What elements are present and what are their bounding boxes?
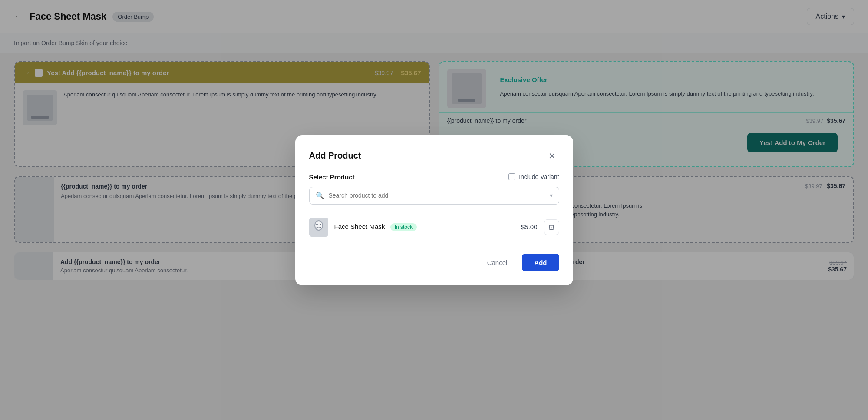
svg-point-3: [316, 224, 318, 225]
delete-product-button[interactable]: [544, 219, 559, 235]
svg-point-2: [315, 221, 322, 230]
product-info: Face Sheet Mask In stock: [334, 223, 417, 231]
search-input[interactable]: [329, 192, 545, 199]
modal-select-row: Select Product Include Variant: [309, 173, 559, 181]
product-avatar: [309, 218, 328, 237]
product-row: Face Sheet Mask In stock $5.00: [309, 213, 559, 241]
search-icon: 🔍: [316, 192, 324, 200]
modal-header: Add Product ✕: [309, 149, 559, 163]
modal-close-button[interactable]: ✕: [545, 149, 559, 163]
modal-overlay: Add Product ✕ Select Product Include Var…: [0, 0, 868, 420]
product-price: $5.00: [521, 223, 538, 231]
in-stock-badge: In stock: [390, 223, 417, 231]
svg-point-4: [320, 224, 321, 225]
search-chevron-icon: ▾: [550, 192, 553, 199]
search-box: 🔍 ▾: [309, 187, 559, 205]
cancel-button[interactable]: Cancel: [479, 254, 516, 271]
product-name: Face Sheet Mask: [334, 223, 385, 230]
include-variant-checkbox[interactable]: [508, 173, 515, 180]
select-product-label: Select Product: [309, 173, 355, 181]
include-variant-label: Include Variant: [519, 173, 559, 180]
add-product-modal: Add Product ✕ Select Product Include Var…: [295, 135, 573, 285]
modal-title: Add Product: [309, 151, 361, 161]
include-variant-row: Include Variant: [508, 173, 559, 180]
modal-footer: Cancel Add: [309, 254, 559, 271]
add-button[interactable]: Add: [522, 254, 559, 271]
